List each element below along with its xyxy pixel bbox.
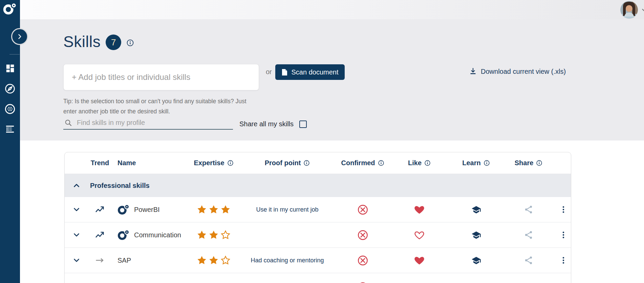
info-icon[interactable] (536, 160, 542, 166)
topbar (20, 0, 644, 19)
info-icon[interactable] (378, 160, 384, 166)
row-menu-cell (556, 256, 571, 265)
confirmed-toggle[interactable] (358, 230, 368, 240)
find-skills-search (63, 116, 233, 130)
table-row: SAP Had coaching or mentoring (65, 248, 571, 273)
share-button[interactable] (524, 256, 533, 265)
sidebar-expand-button[interactable] (11, 28, 28, 45)
circle-x-icon (358, 204, 368, 215)
table-header-row: Trend Name Expertise Proof point Confirm… (65, 152, 571, 174)
tip-line-1: Tip: Is the selection too small or can't… (63, 96, 246, 106)
col-header-learn: Learn (451, 159, 501, 167)
star-filled-icon[interactable] (197, 255, 207, 265)
skills-table-icon (5, 124, 15, 134)
like-toggle[interactable] (414, 205, 425, 215)
chevron-down-icon (72, 256, 81, 265)
row-menu-cell (556, 231, 571, 239)
col-header-confirmed: Confirmed (337, 159, 388, 167)
circle-x-icon (358, 255, 368, 266)
star-filled-icon[interactable] (209, 230, 219, 240)
sidebar-item-explore[interactable] (4, 83, 16, 94)
col-header-expertise: Expertise (190, 159, 237, 167)
user-menu-chevron-down-icon[interactable] (641, 6, 644, 14)
sidebar-item-dashboard[interactable] (4, 63, 16, 74)
group-collapse[interactable] (65, 181, 88, 190)
page-title: Skills (63, 32, 101, 51)
proof-point-cell: Use it in my current job (237, 206, 337, 213)
learn-button[interactable] (471, 230, 481, 240)
star-empty-icon[interactable] (220, 255, 231, 265)
learn-button[interactable] (471, 256, 481, 265)
like-cell (388, 205, 451, 215)
proof-point-value[interactable]: Use it in my current job (256, 206, 318, 213)
learn-cell (451, 205, 501, 215)
share-all-checkbox[interactable] (299, 121, 307, 128)
info-icon[interactable] (227, 160, 234, 166)
like-cell (388, 230, 451, 240)
chevron-up-icon (72, 181, 81, 190)
sidebar-item-skills-table[interactable] (4, 124, 16, 135)
expertise-cell[interactable] (190, 204, 237, 215)
star-filled-icon[interactable] (197, 230, 207, 240)
star-filled-icon[interactable] (209, 255, 219, 265)
row-menu-kebab[interactable] (559, 256, 568, 265)
row-menu-kebab[interactable] (559, 205, 568, 214)
row-menu-kebab[interactable] (559, 231, 568, 239)
learn-button[interactable] (471, 205, 481, 215)
user-avatar[interactable] (620, 1, 638, 19)
brand-logo-icon[interactable] (3, 2, 17, 15)
confirmed-toggle[interactable] (358, 204, 368, 215)
row-expand[interactable] (65, 231, 88, 239)
find-skills-input[interactable] (77, 119, 233, 127)
avatar-photo (620, 1, 638, 19)
sidebar-divider (9, 54, 20, 55)
like-toggle[interactable] (414, 256, 425, 265)
name-cell: PowerBI (111, 204, 190, 215)
share-cell (501, 256, 556, 265)
col-header-proof-point-label: Proof point (265, 159, 301, 167)
skill-name: PowerBI (134, 206, 160, 214)
col-header-share: Share (501, 159, 556, 167)
dots-globe-icon (4, 103, 16, 115)
proof-point-value[interactable]: Had coaching or mentoring (251, 257, 324, 264)
col-header-confirmed-label: Confirmed (341, 159, 375, 167)
add-skills-card (63, 64, 259, 90)
star-filled-icon[interactable] (197, 204, 207, 215)
title-info-icon[interactable] (126, 39, 134, 47)
like-toggle[interactable] (414, 230, 425, 240)
kebab-vertical-icon (559, 205, 568, 214)
col-header-trend-label: Trend (91, 159, 109, 167)
expertise-cell[interactable] (190, 255, 237, 265)
info-icon[interactable] (484, 160, 490, 166)
scan-document-button[interactable]: Scan document (275, 64, 345, 80)
row-expand[interactable] (65, 205, 88, 214)
expertise-cell[interactable] (190, 230, 237, 240)
download-icon (469, 67, 477, 75)
magnifier-icon (64, 119, 72, 127)
download-link[interactable]: Download current view (.xls) (469, 67, 566, 75)
share-all-label: Share all my skills (239, 120, 294, 128)
dashboard-grid-icon (5, 63, 15, 73)
confirmed-toggle[interactable] (358, 255, 368, 266)
row-expand[interactable] (65, 256, 88, 265)
share-button[interactable] (524, 230, 533, 240)
col-header-name-label: Name (117, 159, 136, 167)
learn-cell (451, 230, 501, 240)
heart-filled-icon (414, 205, 425, 215)
document-icon (282, 69, 287, 76)
skill-name: SAP (117, 257, 131, 264)
share-button[interactable] (524, 205, 533, 214)
download-label: Download current view (.xls) (481, 68, 566, 75)
info-icon[interactable] (303, 160, 310, 166)
star-empty-icon[interactable] (220, 230, 231, 240)
graduation-cap-icon (471, 230, 481, 240)
confirmed-cell (337, 230, 388, 240)
share-cell (501, 205, 556, 214)
info-icon[interactable] (424, 160, 431, 166)
add-skills-input[interactable] (64, 72, 259, 82)
star-filled-icon[interactable] (209, 204, 219, 215)
tip-line-2: enter another job title or the desired s… (63, 106, 246, 116)
tip-text: Tip: Is the selection too small or can't… (63, 96, 246, 116)
sidebar-item-community[interactable] (4, 103, 16, 114)
star-filled-icon[interactable] (220, 204, 231, 215)
